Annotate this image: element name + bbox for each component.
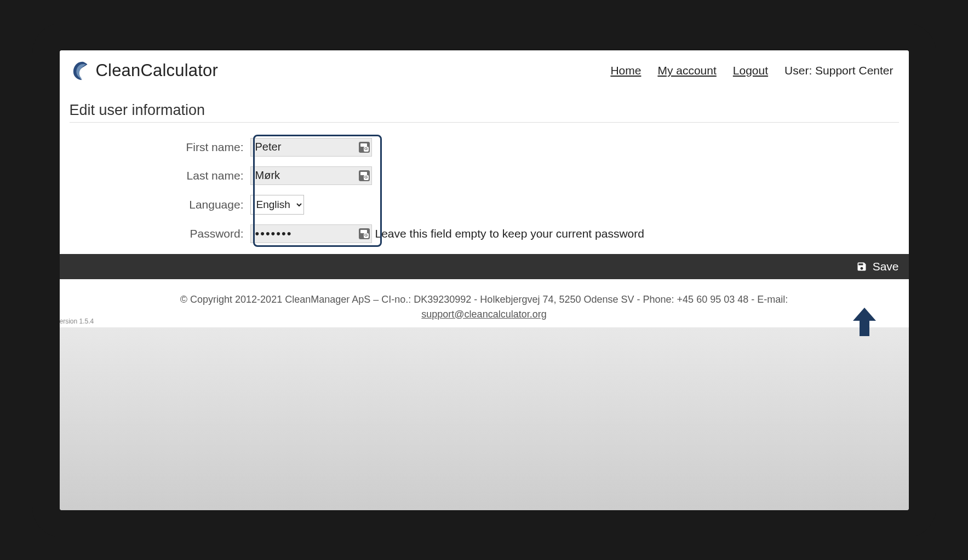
brand-logo-icon [72,60,93,81]
nav-user-prefix: User: [784,64,815,77]
password-field[interactable] [250,224,372,243]
top-nav: Home My account Logout User: Support Cen… [610,64,893,77]
input-wrap-first-name [250,138,372,157]
row-password: Password: Leave this field empty to keep… [70,224,899,243]
last-name-field[interactable] [250,166,372,185]
language-select[interactable]: English [250,195,304,215]
password-manager-icon[interactable] [359,228,370,239]
brand[interactable]: CleanCalculator [72,60,219,81]
save-button-label: Save [873,260,899,273]
page-title: Edit user information [70,102,899,123]
nav-my-account[interactable]: My account [657,64,716,77]
footer: © Copyright 2012-2021 CleanManager ApS –… [60,279,909,327]
nav-user-label: User: Support Center [784,64,893,77]
row-first-name: First name: [70,138,899,157]
nav-user-name: Support Center [815,64,893,77]
app-container: CleanCalculator Home My account Logout U… [60,50,909,327]
screen: CleanCalculator Home My account Logout U… [60,50,909,510]
device-frame: CleanCalculator Home My account Logout U… [32,23,936,538]
footer-copyright: © Copyright 2012-2021 CleanManager ApS –… [180,294,788,305]
version-label: ersion 1.5.4 [60,316,94,326]
label-first-name: First name: [70,141,250,154]
label-language: Language: [70,198,250,211]
password-hint: Leave this field empty to keep your curr… [375,227,644,240]
row-last-name: Last name: [70,166,899,185]
empty-area [60,327,909,510]
label-password: Password: [70,227,250,240]
nav-home[interactable]: Home [610,64,641,77]
header: CleanCalculator Home My account Logout U… [60,50,909,91]
label-last-name: Last name: [70,169,250,182]
save-icon [856,261,867,272]
password-manager-icon[interactable] [359,142,370,153]
password-manager-icon[interactable] [359,170,370,181]
footer-text: © Copyright 2012-2021 CleanManager ApS –… [71,292,898,322]
action-bar: Save [60,254,909,279]
nav-logout[interactable]: Logout [733,64,768,77]
form-area: First name: Last name: [70,138,899,243]
row-language: Language: English [70,195,899,215]
input-wrap-last-name [250,166,372,185]
save-button[interactable]: Save [856,260,899,273]
first-name-field[interactable] [250,138,372,157]
brand-name: CleanCalculator [96,61,219,80]
input-wrap-password [250,224,372,243]
footer-email-link[interactable]: support@cleancalculator.org [421,309,546,320]
content: Edit user information First name: Last n… [60,91,909,243]
